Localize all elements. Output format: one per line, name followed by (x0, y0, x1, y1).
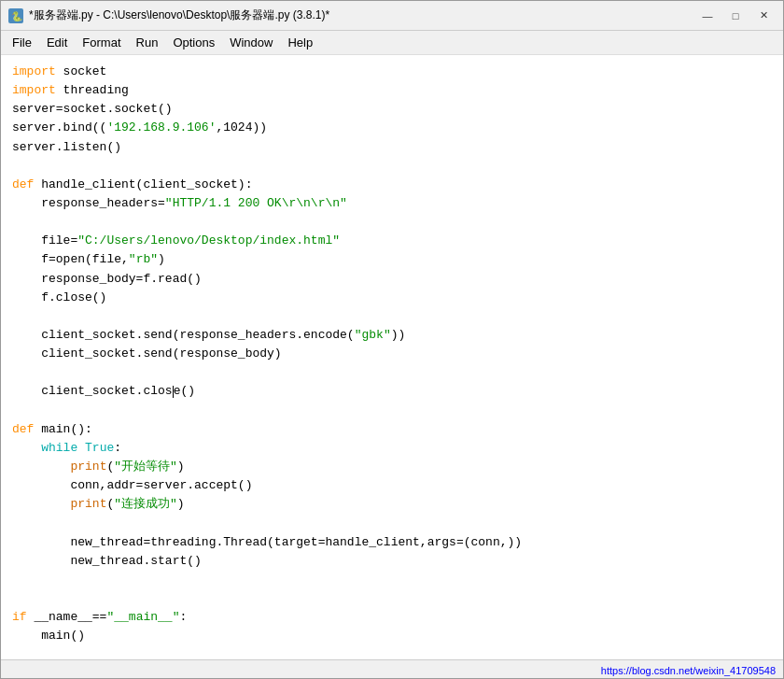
code-line-7: def handle_client(client_socket): (12, 176, 772, 194)
code-line-30: if __name__=="__main__": (12, 608, 772, 627)
code-line-6 (12, 157, 772, 176)
svg-text:🐍: 🐍 (11, 10, 23, 22)
app-icon: 🐍 (8, 8, 23, 23)
code-line-1: import socket (12, 63, 772, 81)
code-line-20: def main(): (12, 420, 772, 439)
code-line-9 (12, 213, 772, 232)
code-editor[interactable]: import socket import threading server=so… (1, 55, 783, 659)
maximize-button[interactable]: □ (723, 7, 748, 25)
code-line-4: server.bind(('192.168.9.106',1024)) (12, 119, 772, 137)
title-bar: 🐍 *服务器端.py - C:\Users\lenovo\Desktop\服务器… (1, 1, 783, 31)
minimize-button[interactable]: — (695, 7, 720, 25)
code-line-11: f=open(file,"rb") (12, 250, 772, 269)
code-line-19 (12, 402, 772, 420)
code-line-31: main() (12, 627, 772, 645)
menu-format[interactable]: Format (75, 34, 128, 51)
code-line-14 (12, 307, 772, 326)
code-line-17 (12, 363, 772, 382)
code-line-24: print("连接成功") (12, 495, 772, 514)
status-url: https://blog.csdn.net/weixin_41709548 (601, 665, 776, 676)
code-line-12: response_body=f.read() (12, 270, 772, 289)
code-line-27: new_thread.start() (12, 552, 772, 571)
menu-run[interactable]: Run (129, 34, 166, 51)
code-line-29 (12, 589, 772, 608)
code-line-18: client_socket.close() (12, 382, 772, 401)
code-line-15: client_socket.send(response_headers.enco… (12, 326, 772, 345)
menu-window[interactable]: Window (222, 34, 280, 51)
close-button[interactable]: ✕ (751, 7, 776, 25)
menu-options[interactable]: Options (165, 34, 222, 51)
window-controls: — □ ✕ (695, 7, 776, 25)
code-line-2: import threading (12, 81, 772, 100)
window-title: *服务器端.py - C:\Users\lenovo\Desktop\服务器端.… (29, 7, 695, 23)
code-line-22: print("开始等待") (12, 458, 772, 476)
code-line-5: server.listen() (12, 138, 772, 157)
code-line-21: while True: (12, 439, 772, 458)
code-line-26: new_thread=threading.Thread(target=handl… (12, 533, 772, 552)
code-line-16: client_socket.send(response_body) (12, 345, 772, 363)
code-line-28 (12, 571, 772, 589)
code-line-3: server=socket.socket() (12, 100, 772, 119)
menu-edit[interactable]: Edit (39, 34, 75, 51)
menu-bar: File Edit Format Run Options Window Help (1, 31, 783, 55)
menu-help[interactable]: Help (280, 34, 320, 51)
code-line-8: response_headers="HTTP/1.1 200 OK\r\n\r\… (12, 194, 772, 213)
status-bar: https://blog.csdn.net/weixin_41709548 (1, 659, 783, 679)
code-line-13: f.close() (12, 289, 772, 307)
code-line-25 (12, 514, 772, 532)
code-line-23: conn,addr=server.accept() (12, 476, 772, 495)
menu-file[interactable]: File (5, 34, 39, 51)
code-line-10: file="C:/Users/lenovo/Desktop/index.html… (12, 232, 772, 250)
